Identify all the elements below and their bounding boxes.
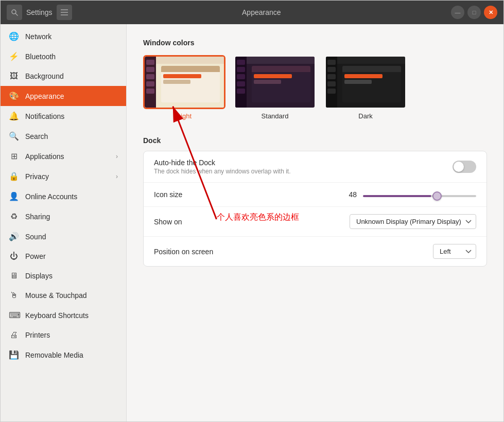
privacy-icon: 🔒 [9,171,19,181]
applications-icon: ⊞ [9,151,19,161]
iconsize-slider-wrapper [363,190,476,199]
svg-line-1 [15,13,18,15]
displays-icon: 🖥 [9,271,19,280]
sidebar-item-appearance[interactable]: 🎨Appearance [1,86,126,106]
sidebar-item-search[interactable]: 🔍Search [1,126,126,146]
keyboard-shortcuts-icon: ⌨ [9,310,19,320]
theme-label-standard: Standard [262,112,289,120]
autohide-sublabel: The dock hides when any windows overlap … [154,168,453,175]
showon-select[interactable]: Unknown Display (Primary Display) [350,214,476,229]
theme-card-standard[interactable]: Standard [234,55,316,120]
sidebar-label-power: Power [25,252,46,260]
sidebar-label-sound: Sound [25,233,46,241]
sidebar-item-background[interactable]: 🖼Background [1,66,126,86]
theme-label-light: Light [177,112,192,120]
main-wrapper: Window colors [127,24,503,421]
theme-preview-dark [324,55,407,109]
iconsize-slider[interactable] [363,195,476,197]
sound-icon: 🔊 [9,232,19,241]
sidebar-label-appearance: Appearance [25,92,64,100]
maximize-button[interactable]: □ [467,6,481,19]
search-icon: 🔍 [9,131,19,141]
background-icon: 🖼 [9,72,19,81]
sidebar-item-mouse-touchpad[interactable]: 🖱Mouse & Touchpad [1,286,126,305]
dock-row-iconsize: Icon size 48 [144,183,486,207]
sidebar: 🌐Network⚡Bluetooth🖼Background🎨Appearance… [1,24,127,421]
sidebar-item-sound[interactable]: 🔊Sound [1,226,126,247]
sidebar-label-applications: Applications [25,152,64,161]
main-content: Window colors [127,24,503,281]
dock-row-position: Position on screen Left Bottom Right [144,237,486,266]
printers-icon: 🖨 [9,330,19,340]
sharing-icon: ♻ [9,212,19,221]
position-select[interactable]: Left Bottom Right [433,244,476,259]
autohide-label: Auto-hide the Dock [154,159,453,167]
search-button[interactable] [7,5,22,20]
sidebar-item-online-accounts[interactable]: 👤Online Accounts [1,186,126,206]
sidebar-label-keyboard-shortcuts: Keyboard Shortcuts [25,311,89,320]
showon-label-group: Show on [154,218,350,226]
sidebar-item-sharing[interactable]: ♻Sharing [1,206,126,226]
position-label-group: Position on screen [154,248,433,256]
close-button[interactable]: ✕ [484,6,497,19]
dock-row-showon: Show on Unknown Display (Primary Display… [144,207,486,237]
main-layout: 🌐Network⚡Bluetooth🖼Background🎨Appearance… [1,24,503,421]
sidebar-item-bluetooth[interactable]: ⚡Bluetooth [1,46,126,66]
titlebar-left: Settings [7,5,72,20]
titlebar-app-name: Settings [26,8,53,16]
sidebar-label-network: Network [25,32,51,41]
power-icon: ⏻ [9,252,19,261]
sidebar-item-applications[interactable]: ⊞Applications› [1,146,126,166]
sidebar-item-power[interactable]: ⏻Power [1,247,126,266]
sidebar-label-privacy: Privacy [25,172,49,181]
autohide-toggle[interactable] [453,161,476,173]
sidebar-label-search: Search [25,132,48,140]
dock-settings-panel: Auto-hide the Dock The dock hides when a… [143,151,487,267]
sidebar-label-removable-media: Removable Media [25,351,83,359]
titlebar-page-title: Appearance [72,8,451,16]
autohide-label-group: Auto-hide the Dock The dock hides when a… [154,159,453,175]
theme-card-dark[interactable]: Dark [324,55,407,120]
position-label: Position on screen [154,248,433,256]
iconsize-value: 48 [344,190,357,199]
theme-preview-light [143,55,225,109]
sidebar-label-notifications: Notifications [25,112,64,120]
hamburger-button[interactable] [57,5,72,20]
window-colors-title: Window colors [143,39,487,47]
sidebar-label-bluetooth: Bluetooth [25,52,56,61]
sidebar-item-keyboard-shortcuts[interactable]: ⌨Keyboard Shortcuts [1,305,126,325]
sidebar-item-removable-media[interactable]: 💾Removable Media [1,345,126,365]
appearance-icon: 🎨 [9,91,19,101]
showon-label: Show on [154,218,350,226]
theme-preview-standard [234,55,316,109]
dock-row-autohide: Auto-hide the Dock The dock hides when a… [144,151,486,183]
sidebar-label-mouse-touchpad: Mouse & Touchpad [25,291,87,300]
privacy-arrow-icon: › [116,173,118,180]
online-accounts-icon: 👤 [9,191,19,201]
titlebar: Settings Appearance — □ ✕ [1,1,503,24]
sidebar-item-displays[interactable]: 🖥Displays [1,266,126,286]
sidebar-label-displays: Displays [25,272,53,280]
iconsize-label: Icon size [154,190,344,199]
notifications-icon: 🔔 [9,111,19,121]
sidebar-item-printers[interactable]: 🖨Printers [1,325,126,345]
settings-window: Settings Appearance — □ ✕ 🌐Network⚡Bluet… [0,0,504,422]
sidebar-label-online-accounts: Online Accounts [25,192,77,201]
sidebar-item-privacy[interactable]: 🔒Privacy› [1,166,126,186]
applications-arrow-icon: › [116,153,118,160]
sidebar-label-printers: Printers [25,331,50,339]
theme-card-light[interactable]: Light [143,55,225,120]
iconsize-slider-container: 48 [344,190,476,199]
sidebar-label-background: Background [25,72,64,80]
removable-media-icon: 💾 [9,350,19,360]
minimize-button[interactable]: — [451,6,464,19]
network-icon: 🌐 [9,31,19,41]
bluetooth-icon: ⚡ [9,51,19,61]
iconsize-label-group: Icon size [154,190,344,199]
theme-label-dark: Dark [358,112,372,120]
theme-selector: Light [143,55,487,120]
titlebar-controls: — □ ✕ [451,6,497,19]
sidebar-item-notifications[interactable]: 🔔Notifications [1,106,126,126]
dock-section-title: Dock [143,136,487,145]
sidebar-item-network[interactable]: 🌐Network [1,26,126,46]
